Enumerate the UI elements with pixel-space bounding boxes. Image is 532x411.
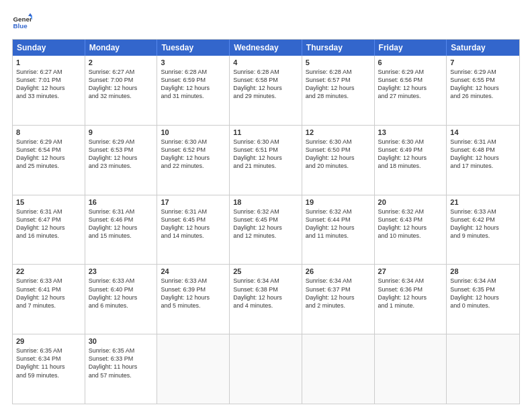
table-row: 2Sunrise: 6:27 AM Sunset: 7:00 PM Daylig… [85, 56, 158, 125]
day-info: Sunrise: 6:33 AM Sunset: 6:41 PM Dayligh… [16, 277, 81, 310]
day-info: Sunrise: 6:29 AM Sunset: 6:53 PM Dayligh… [89, 138, 154, 171]
day-info: Sunrise: 6:33 AM Sunset: 6:40 PM Dayligh… [89, 277, 154, 310]
day-info: Sunrise: 6:32 AM Sunset: 6:45 PM Dayligh… [233, 208, 298, 240]
day-number: 6 [378, 58, 443, 66]
calendar-header: Sunday Monday Tuesday Wednesday Thursday… [13, 40, 519, 56]
table-row: 20Sunrise: 6:32 AM Sunset: 6:43 PM Dayli… [375, 195, 447, 265]
svg-text:General: General [13, 15, 33, 23]
table-row: 1Sunrise: 6:27 AM Sunset: 7:01 PM Daylig… [13, 56, 85, 125]
day-number: 2 [89, 58, 154, 66]
header: General Blue [12, 12, 520, 32]
day-number: 14 [450, 128, 516, 136]
table-row: 17Sunrise: 6:31 AM Sunset: 6:45 PM Dayli… [157, 195, 230, 265]
table-row: 28Sunrise: 6:34 AM Sunset: 6:35 PM Dayli… [447, 265, 519, 334]
day-number: 3 [161, 58, 226, 66]
table-row: 25Sunrise: 6:34 AM Sunset: 6:38 PM Dayli… [230, 265, 302, 334]
day-info: Sunrise: 6:34 AM Sunset: 6:35 PM Dayligh… [450, 277, 516, 310]
day-info: Sunrise: 6:30 AM Sunset: 6:50 PM Dayligh… [306, 138, 371, 171]
table-row: 27Sunrise: 6:34 AM Sunset: 6:36 PM Dayli… [375, 265, 447, 334]
day-number: 15 [16, 198, 81, 206]
header-friday: Friday [375, 40, 447, 56]
day-info: Sunrise: 6:30 AM Sunset: 6:51 PM Dayligh… [233, 138, 298, 171]
table-row [447, 334, 519, 404]
logo-icon: General Blue [12, 12, 32, 32]
day-number: 29 [16, 337, 81, 345]
day-number: 20 [378, 198, 443, 206]
day-info: Sunrise: 6:33 AM Sunset: 6:42 PM Dayligh… [450, 208, 516, 240]
day-info: Sunrise: 6:34 AM Sunset: 6:38 PM Dayligh… [233, 277, 298, 310]
day-number: 9 [89, 128, 154, 136]
day-number: 28 [450, 267, 516, 275]
day-info: Sunrise: 6:32 AM Sunset: 6:44 PM Dayligh… [306, 208, 371, 240]
day-info: Sunrise: 6:33 AM Sunset: 6:39 PM Dayligh… [161, 277, 226, 310]
day-number: 13 [378, 128, 443, 136]
calendar-body: 1Sunrise: 6:27 AM Sunset: 7:01 PM Daylig… [13, 56, 519, 404]
header-sunday: Sunday [13, 40, 85, 56]
day-number: 7 [450, 58, 516, 66]
day-number: 27 [378, 267, 443, 275]
day-number: 12 [306, 128, 371, 136]
table-row [302, 334, 375, 404]
table-row: 30Sunrise: 6:35 AM Sunset: 6:33 PM Dayli… [85, 334, 158, 404]
day-info: Sunrise: 6:34 AM Sunset: 6:36 PM Dayligh… [378, 277, 443, 310]
day-number: 26 [306, 267, 371, 275]
table-row: 24Sunrise: 6:33 AM Sunset: 6:39 PM Dayli… [157, 265, 230, 334]
header-saturday: Saturday [447, 40, 519, 56]
table-row: 26Sunrise: 6:34 AM Sunset: 6:37 PM Dayli… [302, 265, 375, 334]
table-row: 16Sunrise: 6:31 AM Sunset: 6:46 PM Dayli… [85, 195, 158, 265]
day-info: Sunrise: 6:27 AM Sunset: 7:01 PM Dayligh… [16, 68, 81, 101]
table-row: 12Sunrise: 6:30 AM Sunset: 6:50 PM Dayli… [302, 126, 375, 195]
table-row: 15Sunrise: 6:31 AM Sunset: 6:47 PM Dayli… [13, 195, 85, 265]
day-number: 1 [16, 58, 81, 66]
day-number: 16 [89, 198, 154, 206]
table-row: 3Sunrise: 6:28 AM Sunset: 6:59 PM Daylig… [157, 56, 230, 125]
table-row: 6Sunrise: 6:29 AM Sunset: 6:56 PM Daylig… [375, 56, 447, 125]
table-row: 5Sunrise: 6:28 AM Sunset: 6:57 PM Daylig… [302, 56, 375, 125]
table-row: 8Sunrise: 6:29 AM Sunset: 6:54 PM Daylig… [13, 126, 85, 195]
day-info: Sunrise: 6:35 AM Sunset: 6:33 PM Dayligh… [89, 347, 154, 379]
day-info: Sunrise: 6:30 AM Sunset: 6:52 PM Dayligh… [161, 138, 226, 171]
svg-marker-2 [28, 13, 32, 17]
day-number: 11 [233, 128, 298, 136]
page: General Blue Sunday Monday Tuesday Wedne… [0, 0, 532, 411]
day-number: 17 [161, 198, 226, 206]
day-info: Sunrise: 6:29 AM Sunset: 6:54 PM Dayligh… [16, 138, 81, 171]
table-row [375, 334, 447, 404]
day-number: 8 [16, 128, 81, 136]
day-info: Sunrise: 6:27 AM Sunset: 7:00 PM Dayligh… [89, 68, 154, 101]
table-row: 7Sunrise: 6:29 AM Sunset: 6:55 PM Daylig… [447, 56, 519, 125]
day-info: Sunrise: 6:28 AM Sunset: 6:58 PM Dayligh… [233, 68, 298, 101]
table-row: 21Sunrise: 6:33 AM Sunset: 6:42 PM Dayli… [447, 195, 519, 265]
day-info: Sunrise: 6:35 AM Sunset: 6:34 PM Dayligh… [16, 347, 81, 379]
table-row: 13Sunrise: 6:30 AM Sunset: 6:49 PM Dayli… [375, 126, 447, 195]
header-wednesday: Wednesday [230, 40, 302, 56]
day-number: 19 [306, 198, 371, 206]
table-row [157, 334, 230, 404]
day-number: 30 [89, 337, 154, 345]
day-number: 24 [161, 267, 226, 275]
table-row: 23Sunrise: 6:33 AM Sunset: 6:40 PM Dayli… [85, 265, 158, 334]
calendar: Sunday Monday Tuesday Wednesday Thursday… [12, 39, 520, 404]
day-info: Sunrise: 6:31 AM Sunset: 6:46 PM Dayligh… [89, 208, 154, 240]
svg-text:Blue: Blue [13, 22, 28, 30]
calendar-row-1: 8Sunrise: 6:29 AM Sunset: 6:54 PM Daylig… [13, 125, 519, 195]
table-row: 10Sunrise: 6:30 AM Sunset: 6:52 PM Dayli… [157, 126, 230, 195]
day-info: Sunrise: 6:32 AM Sunset: 6:43 PM Dayligh… [378, 208, 443, 240]
day-info: Sunrise: 6:29 AM Sunset: 6:55 PM Dayligh… [450, 68, 516, 101]
day-number: 25 [233, 267, 298, 275]
day-info: Sunrise: 6:34 AM Sunset: 6:37 PM Dayligh… [306, 277, 371, 310]
table-row [230, 334, 302, 404]
day-info: Sunrise: 6:31 AM Sunset: 6:45 PM Dayligh… [161, 208, 226, 240]
table-row: 29Sunrise: 6:35 AM Sunset: 6:34 PM Dayli… [13, 334, 85, 404]
day-number: 22 [16, 267, 81, 275]
day-info: Sunrise: 6:29 AM Sunset: 6:56 PM Dayligh… [378, 68, 443, 101]
table-row: 11Sunrise: 6:30 AM Sunset: 6:51 PM Dayli… [230, 126, 302, 195]
day-number: 18 [233, 198, 298, 206]
header-tuesday: Tuesday [157, 40, 230, 56]
day-info: Sunrise: 6:30 AM Sunset: 6:49 PM Dayligh… [378, 138, 443, 171]
header-monday: Monday [85, 40, 158, 56]
calendar-row-4: 29Sunrise: 6:35 AM Sunset: 6:34 PM Dayli… [13, 334, 519, 404]
logo: General Blue [12, 12, 32, 32]
day-number: 10 [161, 128, 226, 136]
table-row: 14Sunrise: 6:31 AM Sunset: 6:48 PM Dayli… [447, 126, 519, 195]
